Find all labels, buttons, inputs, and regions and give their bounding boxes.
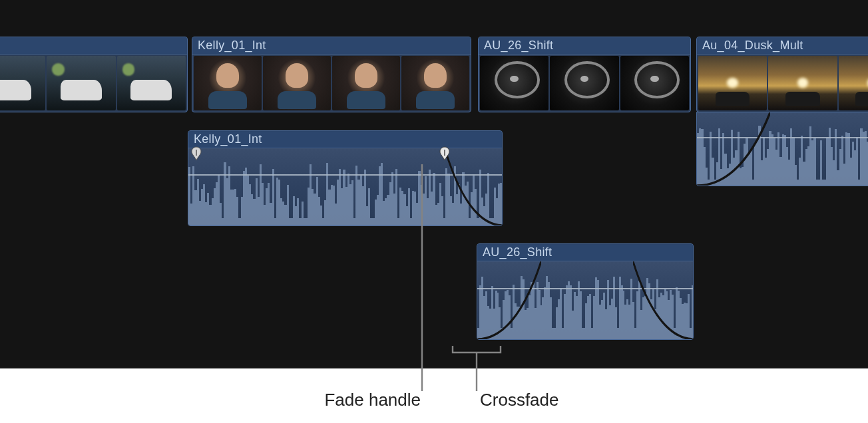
audio-clip-kelly-01-int[interactable]: Kelly_01_Int	[188, 130, 503, 226]
clip-title-bar: Kelly_01_Int	[192, 37, 471, 55]
clip-title-bar: AU_26_Shift	[479, 37, 690, 55]
thumbnail-frame	[0, 56, 45, 110]
clip-title-bar: Dusk_One	[0, 37, 187, 55]
timeline[interactable]: Dusk_One Kelly_01_Int AU_26_Shift	[0, 0, 868, 368]
thumbnail-frame	[698, 56, 767, 110]
callout-crossfade-label: Crossfade	[480, 390, 559, 410]
clip-title-bar: Kelly_01_Int	[188, 131, 502, 148]
thumbnail-frame	[401, 56, 469, 110]
audio-body	[697, 112, 868, 186]
filmstrip	[480, 56, 689, 110]
waveform	[188, 162, 502, 225]
thumbnail-frame	[620, 56, 689, 110]
volume-line[interactable]	[477, 288, 693, 289]
clip-title: AU_26_Shift	[483, 245, 552, 259]
video-clip-dusk-one[interactable]: Dusk_One	[0, 37, 188, 112]
callout-fade-handle-label: Fade handle	[324, 390, 421, 410]
thumbnail-frame	[47, 56, 116, 110]
clip-title: Au_04_Dusk_Mult	[702, 39, 803, 53]
thumbnail-frame	[550, 56, 618, 110]
thumbnail-frame	[194, 56, 262, 110]
waveform	[697, 126, 868, 186]
clip-title: Kelly_01_Int	[198, 39, 266, 53]
fade-in-handle[interactable]	[190, 146, 203, 162]
video-clip-au-26-shift[interactable]: AU_26_Shift	[478, 37, 691, 112]
thumbnail-frame	[768, 56, 837, 110]
filmstrip	[698, 56, 868, 110]
clip-title: Kelly_01_Int	[194, 132, 262, 146]
filmstrip	[0, 56, 186, 110]
waveform	[477, 275, 693, 339]
thumbnail-frame	[117, 56, 186, 110]
thumbnail-frame	[332, 56, 400, 110]
thumbnail-frame	[839, 56, 868, 110]
thumbnail-frame	[480, 56, 548, 110]
filmstrip	[194, 56, 469, 110]
audio-clip-au-04-dusk-mult[interactable]	[696, 112, 868, 186]
volume-line[interactable]	[188, 174, 502, 176]
clip-title-bar: Au_04_Dusk_Mult	[697, 37, 868, 55]
audio-body	[188, 148, 502, 225]
fade-out-handle[interactable]	[438, 146, 451, 162]
video-clip-au-04-dusk-mult[interactable]: Au_04_Dusk_Mult	[696, 37, 868, 112]
clip-title-bar: AU_26_Shift	[477, 244, 693, 261]
thumbnail-frame	[263, 56, 331, 110]
volume-line[interactable]	[697, 137, 868, 138]
audio-clip-au-26-shift[interactable]: AU_26_Shift	[477, 243, 694, 340]
clip-title: AU_26_Shift	[484, 39, 553, 53]
video-clip-kelly-01-int[interactable]: Kelly_01_Int	[192, 37, 471, 112]
audio-body	[477, 261, 693, 339]
